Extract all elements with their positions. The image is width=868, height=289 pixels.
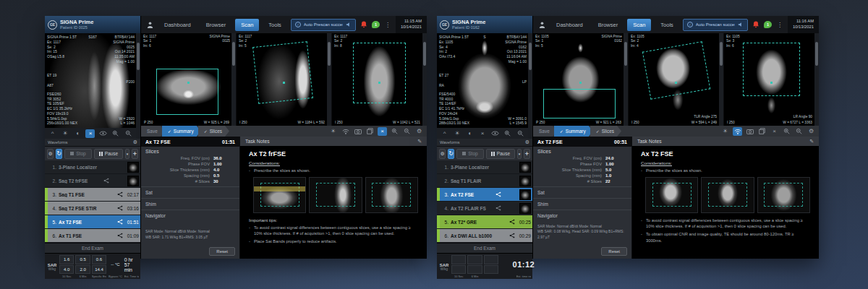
refresh-button[interactable]: ↻: [448, 149, 454, 159]
overflow-menu-icon[interactable]: ⋮: [383, 22, 392, 28]
viewport-scrollbar[interactable]: [624, 33, 628, 126]
section-navigator[interactable]: Navigator: [141, 210, 239, 228]
reference-image-viewport[interactable]: SIGNA Prime 1.5T Ex: 1105 Se: 4 Im: 2 OA…: [437, 33, 532, 139]
step-save[interactable]: Save: [141, 126, 165, 137]
stop-button[interactable]: Stop: [64, 149, 91, 159]
end-exam-button[interactable]: End Exam: [45, 243, 140, 253]
task-row-5[interactable]: 5. Ax T2 FSE 01:51: [45, 215, 140, 228]
camera-icon[interactable]: [353, 127, 362, 136]
prescription-roi[interactable]: [156, 69, 218, 115]
section-shim[interactable]: Shim: [533, 198, 631, 210]
image-scrollbar[interactable]: [528, 33, 532, 139]
collapse-icon[interactable]: ^: [48, 129, 57, 138]
tab-tools[interactable]: Tools: [263, 19, 287, 31]
scrollbar-handle[interactable]: [137, 43, 140, 70]
edit-icon[interactable]: ✎: [417, 139, 422, 144]
scrollbar-handle[interactable]: [529, 43, 532, 70]
brightness-icon[interactable]: ☀: [453, 129, 462, 138]
param-slice-thickness[interactable]: Slice Thickness (mm) 4.0: [145, 168, 235, 172]
close-icon[interactable]: ×: [770, 127, 779, 136]
operator-icon[interactable]: [145, 20, 155, 29]
section-sat[interactable]: Sat: [141, 186, 239, 198]
tab-tools[interactable]: Tools: [655, 19, 679, 31]
chat-badge[interactable]: 1: [764, 21, 772, 28]
viewport-axial[interactable]: Ex: 1117 Se: 1 Im: 6 SIGNA Prime 0025 P …: [141, 33, 236, 126]
viewport-sagittal[interactable]: Ex: 1105 Se: 2 Im: 4 I 250 W = 594 L = 2…: [629, 33, 723, 126]
zoom-in-icon[interactable]: [390, 127, 399, 136]
zoom-out-icon[interactable]: [124, 129, 133, 138]
prescan-message-banner[interactable]: i Auto Prescan successful. R1=11 TG=142 …: [683, 19, 748, 31]
camera-icon[interactable]: [745, 127, 754, 136]
param-phase-fov[interactable]: Phase FOV 1.00: [537, 162, 627, 166]
wifi-icon[interactable]: [733, 127, 742, 136]
tab-dashboard[interactable]: Dashboard: [550, 19, 589, 31]
speaker-icon[interactable]: [346, 22, 352, 27]
param-freq-fov[interactable]: Freq. FOV (cm) 24.0: [537, 156, 627, 160]
param-num-slices[interactable]: # Slices 22: [537, 179, 627, 184]
close-icon[interactable]: ×: [477, 129, 487, 138]
zoom-in-icon[interactable]: [503, 129, 512, 138]
settings-button[interactable]: ⚙: [439, 149, 446, 159]
task-row-6[interactable]: 6. Ax DWI ALL b1000 00:29: [437, 229, 532, 242]
alert-bell-icon[interactable]: [359, 20, 368, 29]
zoom-out-icon[interactable]: [516, 129, 525, 138]
zoom-out-icon[interactable]: [794, 127, 804, 136]
waveforms-bar[interactable]: Waveforms ⚙: [45, 139, 140, 147]
window-level-icon[interactable]: ◐: [73, 129, 82, 138]
param-spacing[interactable]: Spacing (mm) 1.0: [537, 173, 627, 178]
gear-icon[interactable]: ⚙: [525, 139, 529, 145]
prescription-roi[interactable]: [543, 89, 616, 118]
param-freq-fov[interactable]: Freq. FOV (cm) 36.0: [145, 156, 235, 160]
pause-dropdown-icon[interactable]: ▾: [517, 149, 522, 159]
prescription-roi[interactable]: [252, 42, 313, 105]
tab-browser[interactable]: Browser: [200, 19, 232, 31]
speaker-icon[interactable]: [738, 22, 744, 27]
eye-icon[interactable]: [490, 129, 500, 138]
tab-scan[interactable]: Scan: [235, 19, 259, 31]
task-row-6[interactable]: 6. Ax T1 FSE 01:09: [45, 229, 140, 242]
reset-button[interactable]: Reset: [601, 247, 627, 256]
gear-icon[interactable]: ⚙: [414, 127, 424, 136]
viewport-scrollbar[interactable]: [719, 33, 723, 126]
task-row-1[interactable]: 1. 3-Plane Localizer: [45, 160, 140, 173]
prescription-roi[interactable]: [353, 43, 406, 103]
layers-icon[interactable]: [365, 127, 375, 136]
stop-button[interactable]: Stop: [456, 149, 483, 159]
collapse-icon[interactable]: ^: [440, 129, 449, 138]
step-slices[interactable]: ✓Slices: [590, 126, 621, 137]
reference-image-viewport[interactable]: SIGNA Prime 1.5T Ex: 1117 Se: 2 Im: 15 O…: [45, 33, 140, 139]
close-icon[interactable]: ×: [378, 127, 387, 136]
add-task-button[interactable]: +: [132, 149, 138, 159]
prescription-roi[interactable]: [743, 43, 800, 96]
viewport-coronal[interactable]: Ex: 1105 Se: 3 Im: 6 I 250 W = 6727 L = …: [724, 33, 819, 126]
tab-scan[interactable]: Scan: [627, 19, 651, 31]
viewport-scrollbar[interactable]: [231, 33, 236, 126]
param-spacing[interactable]: Spacing (mm) 0.5: [145, 173, 235, 178]
task-row-1[interactable]: 1. 3-Plane Localizer: [437, 160, 532, 173]
task-row-4[interactable]: 4. Sag T2 FSE STIR 03:16: [45, 202, 140, 215]
viewport-scrollbar[interactable]: [327, 33, 331, 126]
settings-button[interactable]: ⚙: [47, 149, 54, 159]
section-navigator[interactable]: Navigator: [533, 210, 631, 223]
overflow-menu-icon[interactable]: ⋮: [775, 22, 784, 28]
operator-icon[interactable]: [537, 20, 547, 29]
waveforms-bar[interactable]: Waveforms ⚙: [437, 139, 532, 147]
edit-icon[interactable]: ✎: [809, 139, 814, 144]
step-slices[interactable]: ✓Slices: [198, 126, 229, 137]
task-row-3[interactable]: 3. Ax T2 FSE: [437, 188, 532, 201]
refresh-button[interactable]: ↻: [56, 149, 62, 159]
alert-bell-icon[interactable]: [752, 20, 760, 29]
task-row-4[interactable]: 4. Ax T2 FLAIR FS: [437, 202, 532, 215]
section-sat[interactable]: Sat: [533, 186, 631, 198]
prescan-message-banner[interactable]: i Auto Prescan successful. R1=8 TG=186 A…: [291, 19, 356, 31]
param-phase-fov[interactable]: Phase FOV 1.00: [145, 162, 235, 166]
gear-icon[interactable]: ⚙: [133, 139, 137, 145]
param-num-slices[interactable]: # Slices 30: [145, 179, 235, 184]
zoom-out-icon[interactable]: [402, 127, 412, 136]
viewport-scrollbar[interactable]: [422, 33, 427, 126]
tab-dashboard[interactable]: Dashboard: [158, 19, 197, 31]
param-slice-thickness[interactable]: Slice Thickness (mm) 5.0: [537, 168, 627, 172]
task-row-2[interactable]: 2. Sag T1 FLAIR: [437, 174, 532, 187]
task-row-5[interactable]: 5. Ax T2* GRE 00:25: [437, 215, 532, 228]
light-icon[interactable]: ☀: [720, 127, 730, 136]
